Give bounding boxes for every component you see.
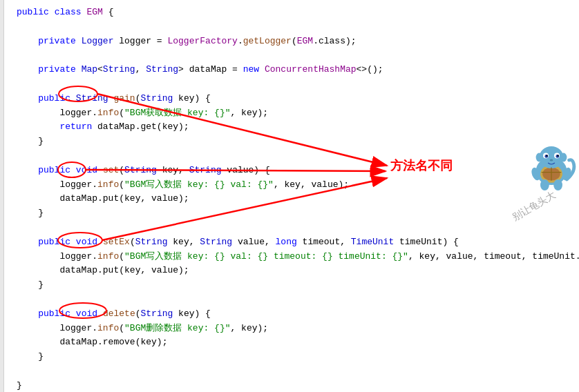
code-line: logger.info("BGM写入数据 key: {} val: {} tim… <box>0 250 579 264</box>
line-content: } <box>6 379 22 392</box>
code-line: private Logger logger = LoggerFactory.ge… <box>0 35 579 49</box>
line-content: public void delete(String key) { <box>6 307 211 322</box>
line-content: logger.info("BGM删除数据 key: {}", key); <box>6 322 268 336</box>
code-line <box>0 293 579 307</box>
line-content: dataMap.remove(key); <box>6 335 167 350</box>
line-content <box>6 293 22 307</box>
line-content: } <box>6 278 44 293</box>
line-content <box>6 149 22 164</box>
line-content <box>6 48 22 63</box>
line-content <box>6 364 22 379</box>
line-content: dataMap.put(key, value); <box>6 264 189 278</box>
code-line: logger.info("BGM删除数据 key: {}", key); <box>0 322 579 336</box>
code-line: public String gain(String key) { <box>0 92 579 106</box>
code-line: public void set(String key, String value… <box>0 164 579 178</box>
line-content: logger.info("BGM写入数据 key: {} val: {} tim… <box>6 250 579 264</box>
code-line: private Map<String, String> dataMap = ne… <box>0 63 579 77</box>
code-line <box>0 364 579 379</box>
code-line: return dataMap.get(key); <box>0 120 579 135</box>
line-content: private Logger logger = LoggerFactory.ge… <box>6 35 357 49</box>
line-content: logger.info("BGM获取数据 key: {}", key); <box>6 106 268 121</box>
code-line <box>0 77 579 92</box>
code-block: public class EGM { private Logger logger… <box>0 0 579 392</box>
code-line <box>0 221 579 235</box>
line-content: public void setEx(String key, String val… <box>6 235 459 250</box>
line-content: public String gain(String key) { <box>6 92 211 106</box>
code-line: } <box>0 135 579 149</box>
line-content <box>6 20 22 35</box>
code-line: } <box>0 350 579 364</box>
code-line: dataMap.put(key, value); <box>0 192 579 206</box>
code-line: dataMap.remove(key); <box>0 335 579 350</box>
code-line <box>0 48 579 63</box>
line-content <box>6 221 22 235</box>
line-content <box>6 77 22 92</box>
line-content: } <box>6 350 44 364</box>
line-content: return dataMap.get(key); <box>6 120 189 135</box>
code-line: } <box>0 278 579 293</box>
code-line: logger.info("BGM写入数据 key: {} val: {}", k… <box>0 178 579 193</box>
line-content: public void set(String key, String value… <box>6 164 270 178</box>
code-line: dataMap.put(key, value); <box>0 264 579 278</box>
code-line: } <box>0 379 579 392</box>
line-content: dataMap.put(key, value); <box>6 192 189 206</box>
code-line: } <box>0 206 579 221</box>
line-content: private Map<String, String> dataMap = ne… <box>6 63 383 77</box>
code-line: logger.info("BGM获取数据 key: {}", key); <box>0 106 579 121</box>
code-line: public void delete(String key) { <box>0 307 579 322</box>
line-content: } <box>6 135 44 149</box>
line-content: public class EGM { <box>6 6 113 20</box>
line-content: logger.info("BGM写入数据 key: {} val: {}", k… <box>6 178 349 193</box>
line-content: } <box>6 206 44 221</box>
code-line <box>0 149 579 164</box>
code-line: public class EGM { <box>0 6 579 20</box>
code-line <box>0 20 579 35</box>
code-line: public void setEx(String key, String val… <box>0 235 579 250</box>
